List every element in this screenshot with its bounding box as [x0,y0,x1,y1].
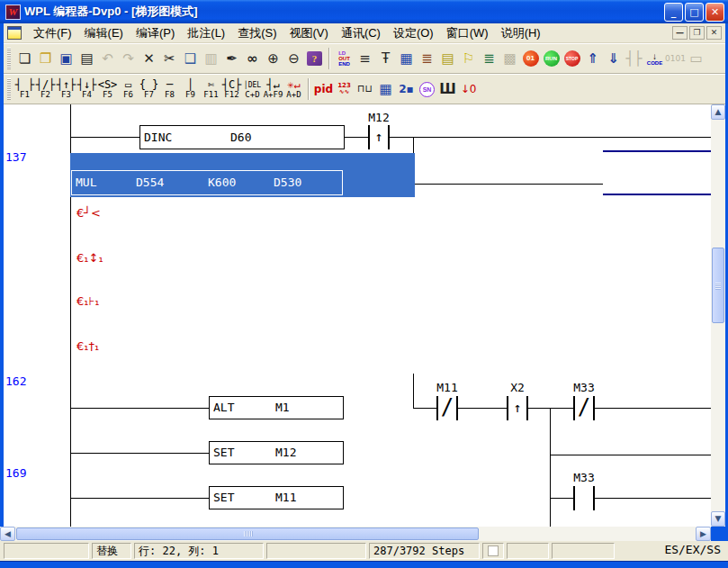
upload-button[interactable]: ⇑ [582,47,603,70]
zero-reset-button[interactable]: ↓0 [458,77,479,101]
coil-button[interactable]: ▭F6 [118,76,139,103]
monitor-off-button[interactable]: ▩ [499,47,520,70]
wire [345,137,368,138]
application-instruction-button[interactable]: { }F7 [139,76,159,103]
binary-off-button[interactable]: 0101 [665,47,686,70]
menu-help[interactable]: 说明(H) [495,23,547,43]
delete-vline-button[interactable]: │DELC+D [242,76,263,103]
mdi-close-button[interactable]: ✕ [706,26,722,40]
contact-m12-rising[interactable]: ↑ [368,125,390,149]
mdi-minimize-button[interactable]: — [672,26,688,40]
hline-button[interactable]: ─F8 [159,76,180,103]
undo-button[interactable]: ↶ [97,47,118,70]
contact-rising-button[interactable]: ┤↑├F3 [56,76,76,103]
rising-edge-symbol: ↑ [370,125,388,149]
contact-nc-button[interactable]: ┤/├F2 [35,76,56,103]
copy-button[interactable]: ❑ [180,47,201,70]
menu-communication[interactable]: 通讯(C) [335,23,387,43]
mdi-restore-button[interactable]: ❐ [689,26,705,40]
step-button[interactable]: <S>F5 [97,76,118,103]
station-01-button[interactable]: 01 [520,47,541,70]
device-table-button[interactable]: ▦ [375,77,396,101]
square-wave-button[interactable]: ⊓⊔ [355,77,375,101]
menu-view[interactable]: 视图(V) [283,23,335,43]
instruction-box-set-m11[interactable]: SET M11 [209,486,344,509]
cut-button[interactable]: ✂ [159,47,180,70]
counter-contact-button[interactable]: ┤C├F12 [221,76,242,103]
ladder-view-button[interactable]: ≡ [355,47,375,70]
instruction-box-alt[interactable]: ALT M1 [209,396,344,419]
toolbar-grip-2[interactable] [7,78,11,100]
zoom-in-button[interactable]: ⊕ [263,47,283,70]
scroll-right-button[interactable]: ▶ [696,527,711,541]
menu-window[interactable]: 窗口(W) [440,23,495,43]
save-button[interactable]: ▣ [56,47,76,70]
sort-button[interactable]: 2▪ [396,77,417,101]
document-icon[interactable] [7,26,22,40]
vertical-scroll-thumb[interactable] [712,248,724,323]
zoom-out-button[interactable]: ⊖ [283,47,304,70]
instruction-box-set-m12[interactable]: SET M12 [209,441,344,464]
help-button[interactable]: ? [304,47,325,70]
comment-list-button[interactable]: ▤ [437,47,458,70]
new-button[interactable]: ❏ [14,47,35,70]
instruction-box-dinc[interactable]: DINC D60 [139,125,345,149]
menu-options[interactable]: 设定(O) [387,23,440,43]
menu-file[interactable]: 文件(F) [27,23,78,43]
scroll-left-button[interactable]: ◀ [0,527,15,541]
contact-m11-nc[interactable]: / [436,396,458,420]
delete-row-button[interactable]: ✳↵A+D [283,76,304,103]
replace-button[interactable]: ✒ [221,47,242,70]
find-button[interactable]: ∞ [242,47,263,70]
menu-comment[interactable]: 批注(L) [181,23,231,43]
paste-button[interactable]: ▥ [201,47,221,70]
scale-123-button[interactable]: 123∿∿ [334,77,355,101]
scroll-up-button[interactable]: ▲ [711,104,725,120]
status-empty-4 [552,543,615,559]
contact-falling-button[interactable]: ┤↓├F4 [76,76,97,103]
redo-icon: ↷ [122,51,134,66]
comment-table-button[interactable]: ▦ [396,47,417,70]
code-button[interactable]: ↓CODE [644,47,665,70]
ladder-edit-button[interactable]: ≣ [417,47,437,70]
pid-button[interactable]: pid [313,77,334,101]
menu-compile[interactable]: 编译(P) [130,23,181,43]
contact-off-button[interactable]: ┤├ [624,47,644,70]
scroll-down-button[interactable]: ▼ [711,511,725,527]
delete-button[interactable]: ✕ [139,47,159,70]
coil-off-button[interactable]: ▭ [686,47,706,70]
fence-button[interactable]: Ш [437,77,458,101]
sfc-view-button[interactable]: Ŧ [375,47,396,70]
menu-edit[interactable]: 编辑(E) [78,23,130,43]
comment-tag-button[interactable]: ⚐ [458,47,479,70]
instruction-box-mul[interactable]: MUL D554 K600 D530 [71,170,343,195]
vline-button[interactable]: │F9 [180,76,201,103]
nc-slash-symbol: / [575,396,593,420]
minimize-button[interactable]: _ [664,3,683,22]
close-button[interactable]: ✕ [706,3,724,22]
download-button[interactable]: ⇓ [603,47,624,70]
ladder-monitor-button[interactable]: ≣ [479,47,499,70]
delete-line-button[interactable]: ✄F11 [201,76,221,103]
menu-search[interactable]: 查找(S) [231,23,283,43]
horizontal-scroll-thumb[interactable] [16,527,479,540]
instruction-list-view-button[interactable]: LDOUTEND [334,47,355,70]
horizontal-scrollbar[interactable]: ◀ ▶ [0,527,711,541]
run-button[interactable]: RUN [541,47,562,70]
wire [70,408,209,409]
insert-row-button[interactable]: ┤↵A+F9 [263,76,283,103]
ladder-canvas[interactable]: DINC D60 M12 ↑ MUL D554 K600 D530 [4,104,711,527]
toolbar-grip[interactable] [7,48,11,69]
app-icon[interactable]: W [5,5,21,20]
redo-button[interactable]: ↷ [118,47,139,70]
contact-m33-nc[interactable]: / [573,396,595,420]
maximize-button[interactable]: □ [685,3,704,22]
sn-ball-button[interactable]: SN [417,77,437,101]
contact-no-button[interactable]: ┤ ├F1 [14,76,35,103]
open-button[interactable]: ❐ [35,47,56,70]
contact-x2-rising[interactable]: ↑ [507,396,528,420]
vertical-scrollbar[interactable]: ▲ ▼ [711,104,725,527]
stop-button[interactable]: STOP [562,47,582,70]
print-button[interactable]: ▤ [76,47,97,70]
contact-m33-no[interactable] [573,486,595,510]
